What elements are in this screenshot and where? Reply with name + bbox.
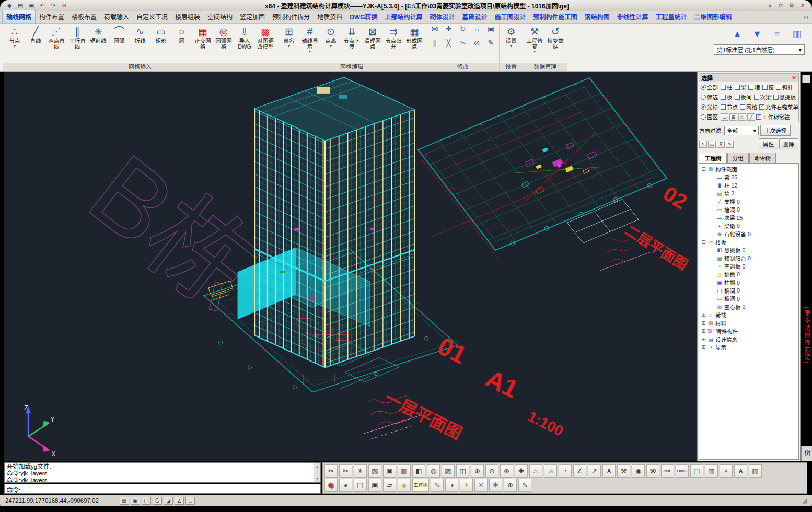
panel-close-icon[interactable]: ✕ — [792, 75, 796, 82]
filter-checkbox[interactable]: 网格 — [740, 103, 757, 111]
angle-dim-icon[interactable]: ∠ — [573, 464, 586, 478]
array-icon[interactable]: ▦ — [398, 464, 411, 478]
last-selection-button[interactable]: 上次选择 — [760, 125, 791, 136]
polygon-select-icon[interactable]: ◇ — [738, 113, 746, 121]
delete-button[interactable]: 删除 — [779, 138, 798, 149]
cube-icon[interactable]: ◧ — [412, 464, 425, 478]
redline-icon[interactable]: ✎ — [431, 479, 444, 492]
match-pick-icon[interactable]: ✎ — [726, 141, 734, 148]
tree-expand-icon[interactable]: ⊞ — [701, 329, 706, 333]
tree-item-ac-slab[interactable]: ▫ 空调板 0 — [699, 262, 798, 271]
tree-item-beam[interactable]: ▬ 梁 25 — [699, 173, 798, 182]
bulb-icon[interactable]: ✧ — [720, 464, 733, 478]
radial-line-button[interactable]: ✳ 辐射线 — [88, 25, 109, 49]
filter-checkbox[interactable]: 柱 — [721, 83, 733, 91]
circle-button[interactable]: ○ 圆 — [171, 25, 192, 49]
panel-menu-icon[interactable]: ≡ — [802, 75, 810, 83]
window-pick-icon[interactable]: ▭ — [708, 141, 716, 148]
radio-cursor[interactable] — [701, 104, 706, 110]
restore-data-button[interactable]: ↺ 恢复数据 — [545, 25, 566, 54]
form-grid-button[interactable]: ▦ 形成网点 — [404, 25, 425, 54]
std-floor-button[interactable]: ≡ — [769, 27, 785, 41]
break-icon[interactable]: ╳ — [442, 39, 456, 47]
filter-checkbox[interactable]: 板 — [721, 93, 733, 101]
extrude-icon[interactable]: ▨ — [442, 464, 455, 478]
print-icon[interactable]: ▤ — [354, 479, 367, 492]
folder-icon[interactable]: ▱ — [383, 479, 396, 492]
sphere-icon[interactable]: ◍ — [427, 464, 440, 478]
lock-icon[interactable]: ◈ — [398, 479, 411, 492]
layout-icon[interactable]: ▥ — [705, 464, 718, 478]
tree-expand-icon[interactable]: ⊞ — [701, 312, 706, 317]
tree-item-precast-balcony[interactable]: ▦ 预制阳台 0 — [699, 254, 798, 263]
ribbon-tab[interactable]: 空间结构 — [204, 10, 236, 23]
polyline-button[interactable]: ∿ 折线 — [130, 25, 150, 49]
move-icon[interactable]: ✚ — [442, 25, 456, 33]
color-wheel-icon[interactable]: ◉ — [324, 479, 338, 492]
tree-item-hollow-slab[interactable]: ◍ 空心板 0 — [699, 303, 798, 311]
filter-checkbox[interactable]: 节点 — [721, 103, 738, 111]
settings-button[interactable]: ⚙ 设置 ▾ — [501, 25, 521, 49]
snap-toggle-icon[interactable]: ▣ — [131, 497, 140, 505]
account-icon[interactable]: ◕ — [765, 2, 774, 9]
mirror-icon[interactable]: ⋈ — [427, 25, 442, 33]
line-button[interactable]: ╱ 直线 — [25, 25, 46, 49]
trim-tool-icon[interactable]: ✂ — [339, 464, 352, 478]
filter-checkbox[interactable]: 板间 — [735, 93, 752, 101]
pick-icon[interactable]: ↖ — [699, 141, 707, 148]
ribbon-tab[interactable]: 非线性计算 — [613, 10, 652, 23]
radio-select-all[interactable] — [701, 85, 706, 90]
erase-icon[interactable]: ⊘ — [470, 39, 484, 47]
ribbon-tab[interactable]: 钢结构图 — [581, 10, 613, 23]
floor-down-button[interactable]: ▼ — [749, 27, 765, 41]
window-select-icon[interactable]: ▭ — [721, 113, 728, 121]
protractor-icon[interactable]: ◔ — [559, 464, 572, 478]
tree-item-column[interactable]: ▮ 柱 12 — [699, 181, 798, 190]
palette-icon[interactable]: ◕ — [339, 479, 352, 492]
view-layout-button[interactable]: ▥ — [789, 27, 805, 41]
ribbon-tab[interactable]: 楼层组装 — [171, 10, 204, 23]
save-icon[interactable]: ▣ — [27, 2, 36, 9]
tree-item-design-info[interactable]: ⊞ ▤ 设计信息 — [699, 335, 798, 344]
tree-item-equipment[interactable]: ◈ 石化设备 0 — [699, 230, 798, 238]
tree-item-wall-opening[interactable]: ▭ 墙洞 0 — [699, 206, 798, 214]
filter-checkbox[interactable]: 窗 — [762, 83, 774, 91]
zoom-extents-icon[interactable]: ⊛ — [500, 464, 513, 478]
compass-icon[interactable]: ⊕ — [504, 479, 517, 492]
scale-label[interactable]: 50 — [646, 464, 659, 478]
grid-toggle-icon[interactable]: ▦ — [120, 497, 129, 505]
ribbon-tab[interactable]: 荷载输入 — [100, 10, 133, 23]
ribbon-tab[interactable]: 预制构件施工图 — [530, 10, 581, 23]
tree-item-column-cap[interactable]: ▣ 柱帽 0 — [699, 278, 798, 287]
fan-icon[interactable]: ✳ — [474, 479, 488, 492]
properties-button[interactable]: 属性 — [759, 138, 778, 149]
snow-icon[interactable]: ✻ — [489, 479, 502, 492]
ribbon-tab[interactable]: 预制构件拆分 — [269, 10, 314, 23]
rectangle-button[interactable]: ▭ 矩形 — [150, 25, 171, 49]
ortho-grid-button[interactable]: ▦ 正交网格 — [192, 25, 213, 54]
pdf-export-icon[interactable]: PDF — [661, 464, 674, 478]
ribbon-tab[interactable]: 自定义工况 — [133, 10, 171, 23]
settings-icon[interactable]: ⚙ — [787, 2, 796, 9]
ribbon-tab[interactable]: DWG转换 — [346, 10, 381, 23]
dwg-export-icon[interactable]: DWG — [676, 464, 689, 478]
tree-expand-icon[interactable]: ⊞ — [701, 337, 706, 342]
arc-grid-button[interactable]: ◎ 圆弧网格 — [213, 25, 234, 54]
merge-node-button[interactable]: ⇉ 节点归并 — [383, 25, 404, 54]
filter-checkbox[interactable]: 梁 — [735, 83, 747, 91]
match-brush-icon[interactable]: ✎ — [484, 39, 498, 47]
tree-expand-icon[interactable]: ⊟ — [701, 240, 706, 245]
direction-filter-select[interactable]: 全部 ▾ — [724, 126, 759, 135]
ribbon-tab[interactable]: 构件布置 — [36, 10, 68, 23]
pan-icon[interactable]: ✚ — [515, 464, 528, 478]
filter-checkbox[interactable]: 墙 — [748, 83, 760, 91]
model-adjust-button[interactable]: ▩ 对图调改模型 — [255, 25, 276, 54]
explode-icon[interactable]: ✳ — [354, 464, 367, 478]
panel-tab[interactable]: 分组 — [727, 153, 749, 163]
copy-tool-icon[interactable]: ▣ — [383, 464, 396, 478]
cross-select-icon[interactable]: ⊞ — [729, 113, 737, 121]
tree-item-display[interactable]: ⊞ ◑ 显示 — [699, 343, 798, 352]
ribbon-tab[interactable]: 上部结构计算 — [381, 10, 426, 23]
radio-region[interactable] — [701, 114, 706, 120]
import-dwg-button[interactable]: ⇩ 导入DWG — [234, 25, 255, 54]
